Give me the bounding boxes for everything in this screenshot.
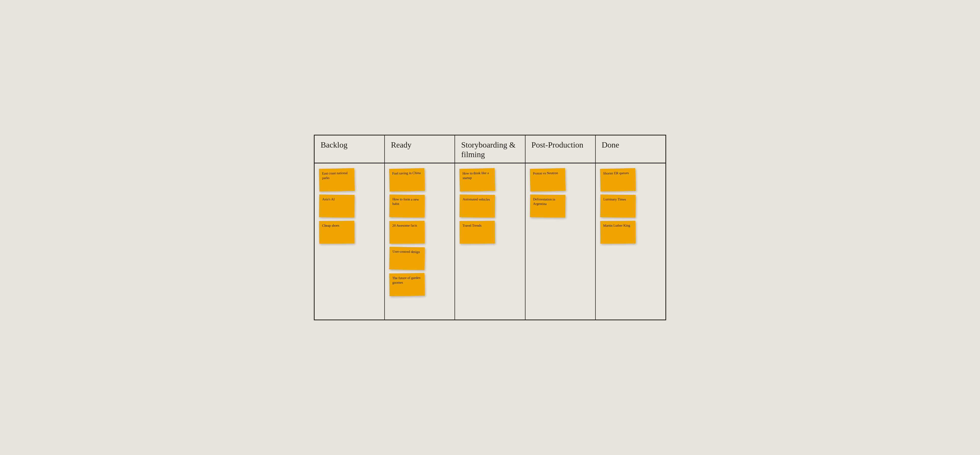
sticky-note-r4[interactable]: User-centred design <box>389 247 425 270</box>
col-body-storyboarding: How to think like a startupAutomated veh… <box>455 163 525 319</box>
col-body-done: Shorter ER queuesLuminary TimesMartin Lu… <box>596 163 665 319</box>
sticky-note-b2[interactable]: Asia's AI <box>319 195 355 217</box>
col-header-post-production: Post-Production <box>525 136 596 163</box>
col-body-ready: Fuel saving in ChinaHow to form a new ha… <box>385 163 455 319</box>
sticky-note-r5[interactable]: The future of garden gnomes <box>389 273 425 296</box>
kanban-board: BacklogReadyStoryboarding & filmingPost-… <box>314 135 666 321</box>
sticky-note-r2[interactable]: How to form a new habit <box>389 195 425 217</box>
sticky-note-p1[interactable]: Proton vs Neutron <box>530 168 565 192</box>
sticky-note-b3[interactable]: Cheap shoes <box>319 221 355 244</box>
col-body-backlog: East coast national parksAsia's AICheap … <box>315 163 385 319</box>
col-header-label-post-production: Post-Production <box>531 140 583 149</box>
sticky-note-d1[interactable]: Shorter ER queues <box>600 168 636 192</box>
sticky-note-s1[interactable]: How to think like a startup <box>459 168 495 192</box>
col-header-label-ready: Ready <box>391 140 412 149</box>
sticky-note-p2[interactable]: Deforestation in Argentina <box>530 195 565 217</box>
col-header-label-backlog: Backlog <box>321 140 348 149</box>
board-header: BacklogReadyStoryboarding & filmingPost-… <box>315 136 665 164</box>
col-header-backlog: Backlog <box>315 136 385 163</box>
sticky-note-s2[interactable]: Automated vehicles <box>460 195 495 217</box>
sticky-note-r3[interactable]: 20 Awesome facts <box>389 221 425 244</box>
col-body-post-production: Proton vs NeutronDeforestation in Argent… <box>525 163 596 319</box>
sticky-note-b1[interactable]: East coast national parks <box>319 168 355 192</box>
board-body: East coast national parksAsia's AICheap … <box>315 163 665 319</box>
col-header-label-storyboarding: Storyboarding & filming <box>461 140 515 159</box>
sticky-note-r1[interactable]: Fuel saving in China <box>389 168 425 192</box>
col-header-ready: Ready <box>385 136 455 163</box>
sticky-note-d2[interactable]: Luminary Times <box>600 195 635 217</box>
sticky-note-d3[interactable]: Martin Luther King <box>600 221 636 244</box>
sticky-note-s3[interactable]: Travel Trends <box>460 221 495 244</box>
col-header-storyboarding: Storyboarding & filming <box>455 136 525 163</box>
col-header-label-done: Done <box>602 140 619 149</box>
col-header-done: Done <box>596 136 665 163</box>
